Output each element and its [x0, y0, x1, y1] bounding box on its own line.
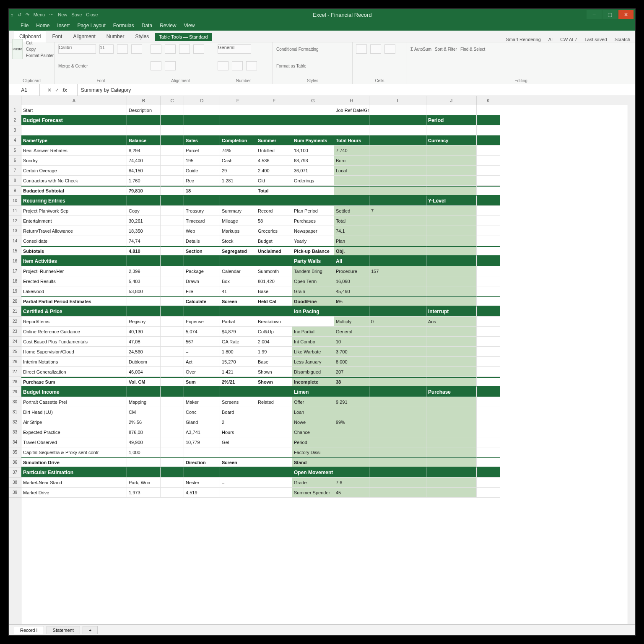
- ribbon-info[interactable]: Scratch: [615, 37, 630, 42]
- cell[interactable]: [426, 427, 477, 437]
- cell[interactable]: [256, 115, 292, 125]
- cell[interactable]: Real Answer Rebates: [21, 145, 127, 156]
- cell[interactable]: [369, 427, 426, 437]
- cell[interactable]: 41: [220, 286, 256, 296]
- cell[interactable]: 84,150: [127, 166, 161, 176]
- cell[interactable]: 18: [184, 186, 220, 196]
- cell[interactable]: [477, 317, 500, 327]
- cell[interactable]: 3,700: [334, 347, 369, 357]
- cell[interactable]: 49,900: [127, 437, 161, 447]
- cell[interactable]: Calculate: [184, 296, 220, 306]
- cell[interactable]: Travel Observed: [21, 437, 127, 447]
- cell[interactable]: Expected Practice: [21, 427, 127, 437]
- row-header[interactable]: 9: [9, 186, 21, 196]
- cell[interactable]: [369, 447, 426, 457]
- cell[interactable]: Budget Income: [21, 387, 127, 397]
- cell[interactable]: [127, 125, 161, 135]
- cell[interactable]: [161, 196, 184, 206]
- cell[interactable]: [369, 407, 426, 417]
- cell[interactable]: 5,403: [127, 276, 161, 286]
- minimize-button[interactable]: –: [587, 10, 602, 19]
- cell[interactable]: Nowe: [292, 417, 334, 427]
- align-right[interactable]: [179, 44, 190, 54]
- cell[interactable]: [334, 437, 369, 447]
- cell[interactable]: [184, 447, 220, 457]
- cell[interactable]: Project Plan/work Sep: [21, 206, 127, 216]
- cell[interactable]: [477, 296, 500, 306]
- cell[interactable]: Portrait Cassette Prel: [21, 397, 127, 407]
- cell[interactable]: Partial: [220, 317, 256, 327]
- cell[interactable]: Lakewood: [21, 286, 127, 296]
- cell[interactable]: Particular Estimation: [21, 467, 127, 478]
- cell[interactable]: [161, 357, 184, 367]
- cell[interactable]: [477, 417, 500, 427]
- cell[interactable]: [477, 467, 500, 478]
- currency-button[interactable]: [218, 61, 229, 70]
- col-header[interactable]: G: [292, 96, 334, 105]
- cell[interactable]: [477, 286, 500, 296]
- cell[interactable]: [334, 447, 369, 457]
- cell[interactable]: 24,560: [127, 347, 161, 357]
- cell[interactable]: Purchase: [426, 387, 477, 397]
- cell[interactable]: Start: [21, 105, 127, 115]
- cell[interactable]: 74,400: [127, 156, 161, 166]
- cell[interactable]: Unbilled: [256, 145, 292, 156]
- cell[interactable]: [426, 105, 477, 115]
- cell[interactable]: [256, 387, 292, 397]
- cell[interactable]: Newspaper: [292, 226, 334, 236]
- cell[interactable]: [477, 457, 500, 467]
- menu-item[interactable]: File: [21, 23, 29, 29]
- indent-dec[interactable]: [151, 61, 161, 70]
- cell[interactable]: [369, 478, 426, 488]
- close-button[interactable]: ✕: [618, 10, 634, 19]
- cell[interactable]: [369, 397, 426, 407]
- row-header[interactable]: 25: [9, 347, 21, 357]
- qat-item[interactable]: Menu: [34, 12, 45, 17]
- cell[interactable]: Total: [334, 216, 369, 226]
- cell[interactable]: Summary: [220, 206, 256, 216]
- cell[interactable]: Act: [184, 357, 220, 367]
- row-header[interactable]: 26: [9, 357, 21, 367]
- cell[interactable]: Expense: [184, 317, 220, 327]
- cell[interactable]: [161, 327, 184, 337]
- cell[interactable]: Subtotals: [21, 246, 127, 256]
- cell[interactable]: [477, 105, 500, 115]
- maximize-button[interactable]: ▢: [602, 10, 618, 19]
- cell[interactable]: Online Reference Guidance: [21, 327, 127, 337]
- cell[interactable]: [426, 156, 477, 166]
- cell[interactable]: Purchase Sum: [21, 377, 127, 387]
- align-center[interactable]: [165, 44, 176, 54]
- cell[interactable]: [426, 367, 477, 377]
- cell[interactable]: GA Rate: [220, 337, 256, 347]
- cell[interactable]: Mileage: [220, 216, 256, 226]
- cell[interactable]: [292, 105, 334, 115]
- cell[interactable]: [426, 145, 477, 156]
- cell[interactable]: [220, 125, 256, 135]
- cell[interactable]: [256, 196, 292, 206]
- cell[interactable]: [334, 176, 369, 186]
- italic-button[interactable]: [131, 44, 142, 54]
- cell[interactable]: [477, 387, 500, 397]
- font-name[interactable]: Calibri: [58, 44, 96, 54]
- cell[interactable]: [256, 447, 292, 457]
- cell[interactable]: CM: [127, 407, 161, 417]
- cell[interactable]: Offer: [292, 397, 334, 407]
- cell[interactable]: [426, 266, 477, 276]
- cell[interactable]: [369, 246, 426, 256]
- cell[interactable]: 74,74: [127, 236, 161, 246]
- row-header[interactable]: 29: [9, 387, 21, 397]
- cell[interactable]: [477, 347, 500, 357]
- cell[interactable]: 63,793: [292, 156, 334, 166]
- cell[interactable]: Unclaimed: [256, 246, 292, 256]
- ribbon-info[interactable]: CW AI 7: [560, 37, 577, 42]
- row-header[interactable]: 7: [9, 166, 21, 176]
- cell[interactable]: 2,400: [256, 166, 292, 176]
- cell[interactable]: [334, 427, 369, 437]
- row-header[interactable]: 28: [9, 377, 21, 387]
- cell[interactable]: [369, 296, 426, 306]
- cell[interactable]: Segregated: [220, 246, 256, 256]
- col-header[interactable]: J: [426, 96, 477, 105]
- cell[interactable]: [477, 357, 500, 367]
- row-header[interactable]: 32: [9, 417, 21, 427]
- cell[interactable]: [334, 407, 369, 417]
